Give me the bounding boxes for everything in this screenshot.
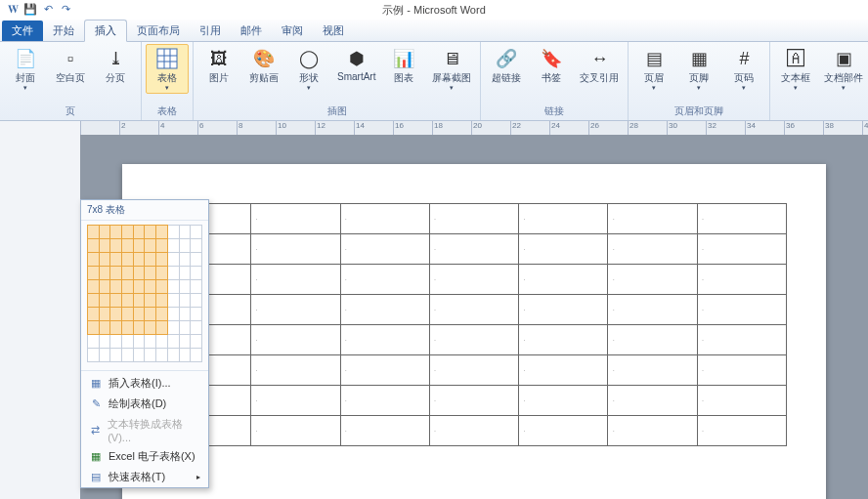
table-cell[interactable]: · xyxy=(697,204,786,234)
horizontal-ruler[interactable]: 246810121416182022242628303234363840 xyxy=(80,121,868,136)
grid-cell[interactable] xyxy=(156,226,168,239)
table-cell[interactable]: · xyxy=(697,234,786,265)
grid-cell[interactable] xyxy=(191,294,202,308)
grid-cell[interactable] xyxy=(167,321,179,335)
grid-cell[interactable] xyxy=(179,308,191,321)
grid-cell[interactable] xyxy=(191,267,202,280)
table-cell[interactable]: · xyxy=(429,234,518,265)
table-cell[interactable]: · xyxy=(340,234,429,265)
grid-cell[interactable] xyxy=(167,294,179,308)
table-cell[interactable]: · xyxy=(697,295,786,325)
table-cell[interactable]: · xyxy=(608,416,697,446)
footer-button[interactable]: ▦页脚▾ xyxy=(677,44,720,94)
grid-cell[interactable] xyxy=(110,321,122,335)
page[interactable]: ········································… xyxy=(122,164,826,499)
grid-cell[interactable] xyxy=(133,308,145,321)
grid-cell[interactable] xyxy=(145,267,156,280)
grid-cell[interactable] xyxy=(191,321,202,335)
grid-cell[interactable] xyxy=(122,335,134,349)
grid-cell[interactable] xyxy=(88,349,100,362)
grid-cell[interactable] xyxy=(191,335,202,349)
grid-cell[interactable] xyxy=(145,280,156,294)
hyperlink-button[interactable]: 🔗超链接 xyxy=(485,44,528,88)
tab-review[interactable]: 审阅 xyxy=(272,21,313,41)
grid-cell[interactable] xyxy=(110,280,122,294)
grid-cell[interactable] xyxy=(133,253,145,267)
blank-page-button[interactable]: ▫ 空白页 xyxy=(49,44,92,88)
grid-cell[interactable] xyxy=(99,335,110,349)
grid-cell[interactable] xyxy=(133,239,145,253)
table-cell[interactable]: · xyxy=(251,416,340,446)
table-cell[interactable]: · xyxy=(340,355,429,386)
tab-home[interactable]: 开始 xyxy=(43,21,84,41)
table-cell[interactable]: · xyxy=(697,325,786,355)
grid-cell[interactable] xyxy=(88,253,100,267)
grid-cell[interactable] xyxy=(167,349,179,362)
table-cell[interactable]: · xyxy=(251,204,340,234)
table-cell[interactable]: · xyxy=(608,265,697,295)
table-cell[interactable]: · xyxy=(340,416,429,446)
grid-cell[interactable] xyxy=(156,321,168,335)
grid-cell[interactable] xyxy=(179,321,191,335)
grid-cell[interactable] xyxy=(156,349,168,362)
table-cell[interactable]: · xyxy=(429,325,518,355)
grid-cell[interactable] xyxy=(179,280,191,294)
grid-cell[interactable] xyxy=(167,253,179,267)
grid-cell[interactable] xyxy=(133,349,145,362)
table-cell[interactable]: · xyxy=(697,416,786,446)
tab-references[interactable]: 引用 xyxy=(190,21,231,41)
tab-view[interactable]: 视图 xyxy=(313,21,354,41)
grid-cell[interactable] xyxy=(99,321,110,335)
table-cell[interactable]: · xyxy=(340,265,429,295)
table-cell[interactable]: · xyxy=(429,355,518,386)
navigation-pane[interactable] xyxy=(0,121,81,499)
grid-cell[interactable] xyxy=(110,253,122,267)
grid-cell[interactable] xyxy=(145,349,156,362)
grid-cell[interactable] xyxy=(145,226,156,239)
grid-cell[interactable] xyxy=(122,349,134,362)
grid-cell[interactable] xyxy=(145,321,156,335)
grid-cell[interactable] xyxy=(156,253,168,267)
grid-cell[interactable] xyxy=(156,294,168,308)
grid-cell[interactable] xyxy=(191,308,202,321)
table-cell[interactable]: · xyxy=(251,355,340,386)
grid-cell[interactable] xyxy=(191,226,202,239)
grid-cell[interactable] xyxy=(88,267,100,280)
grid-cell[interactable] xyxy=(156,239,168,253)
grid-cell[interactable] xyxy=(122,280,134,294)
grid-cell[interactable] xyxy=(122,321,134,335)
table-cell[interactable]: · xyxy=(519,355,608,386)
table-cell[interactable]: · xyxy=(519,204,608,234)
table-cell[interactable]: · xyxy=(251,325,340,355)
textbox-button[interactable]: 🄰文本框▾ xyxy=(774,44,817,94)
table-cell[interactable]: · xyxy=(697,265,786,295)
table-size-grid[interactable] xyxy=(81,221,208,368)
table-cell[interactable]: · xyxy=(340,295,429,325)
screenshot-button[interactable]: 🖥屏幕截图▾ xyxy=(427,44,476,94)
grid-cell[interactable] xyxy=(110,308,122,321)
insert-table-item[interactable]: ▦插入表格(I)... xyxy=(81,373,208,394)
grid-cell[interactable] xyxy=(156,267,168,280)
cover-page-button[interactable]: 📄 封面▾ xyxy=(4,44,47,94)
grid-cell[interactable] xyxy=(133,226,145,239)
grid-cell[interactable] xyxy=(179,226,191,239)
clipart-button[interactable]: 🎨剪贴画 xyxy=(242,44,285,88)
grid-cell[interactable] xyxy=(191,349,202,362)
table-cell[interactable]: · xyxy=(429,386,518,416)
smartart-button[interactable]: ⬢SmartArt xyxy=(332,44,380,85)
grid-cell[interactable] xyxy=(88,321,100,335)
table-cell[interactable]: · xyxy=(608,234,697,265)
table-cell[interactable]: · xyxy=(608,386,697,416)
grid-cell[interactable] xyxy=(110,226,122,239)
table-cell[interactable]: · xyxy=(340,325,429,355)
grid-cell[interactable] xyxy=(99,253,110,267)
draw-table-item[interactable]: ✎绘制表格(D) xyxy=(81,394,208,414)
grid-cell[interactable] xyxy=(179,239,191,253)
grid-cell[interactable] xyxy=(179,349,191,362)
grid-cell[interactable] xyxy=(145,239,156,253)
table-cell[interactable]: · xyxy=(429,416,518,446)
table-cell[interactable]: · xyxy=(340,204,429,234)
page-number-button[interactable]: #页码▾ xyxy=(722,44,765,94)
grid-cell[interactable] xyxy=(133,267,145,280)
grid-cell[interactable] xyxy=(88,280,100,294)
